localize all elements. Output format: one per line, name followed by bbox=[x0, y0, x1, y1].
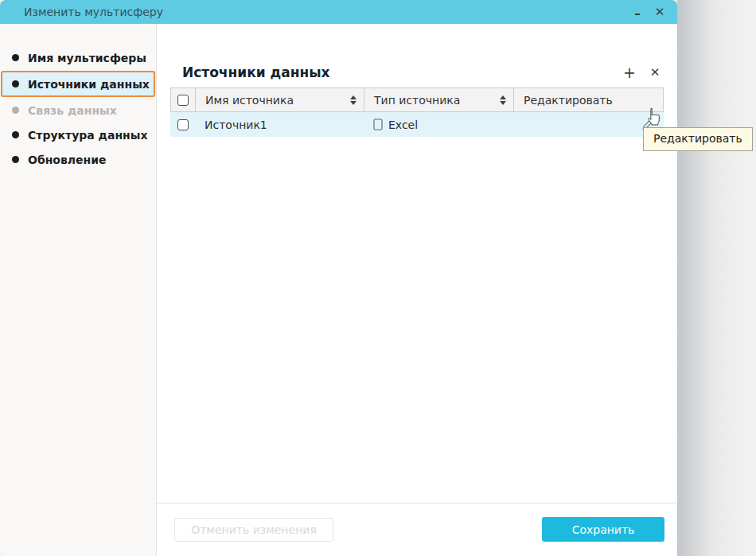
source-type-cell: Excel bbox=[364, 119, 513, 131]
column-header-source-type[interactable]: Тип источника bbox=[364, 88, 514, 111]
bullet-icon bbox=[12, 80, 19, 87]
window-close-button[interactable]: ✕ bbox=[652, 3, 668, 21]
sidebar-item-data-link: Связь данных bbox=[0, 98, 156, 122]
sidebar-item-label: Имя мультисферы bbox=[28, 52, 146, 64]
row-checkbox-cell bbox=[170, 119, 195, 130]
remove-source-button[interactable]: ✕ bbox=[647, 64, 663, 80]
edit-tooltip: Редактировать bbox=[643, 127, 753, 151]
select-all-cell bbox=[171, 88, 196, 111]
sort-icon bbox=[500, 95, 506, 105]
screen: Изменить мультисферу – ✕ Имя мультисферы… bbox=[0, 0, 756, 556]
bullet-icon bbox=[12, 131, 19, 138]
sidebar-item-label: Связь данных bbox=[28, 104, 117, 117]
source-name-cell: Источник1 bbox=[195, 119, 364, 131]
bullet-icon bbox=[12, 107, 19, 114]
edit-multisphere-dialog: Изменить мультисферу – ✕ Имя мультисферы… bbox=[0, 0, 677, 556]
window-controls: – ✕ bbox=[629, 3, 668, 21]
document-icon bbox=[373, 119, 383, 130]
sidebar-item-data-structure[interactable]: Структура данных bbox=[0, 122, 156, 147]
select-all-checkbox[interactable] bbox=[177, 95, 189, 106]
source-type-label: Excel bbox=[388, 119, 418, 131]
titlebar[interactable]: Изменить мультисферу – ✕ bbox=[0, 0, 677, 24]
row-checkbox[interactable] bbox=[177, 119, 189, 130]
edit-cell bbox=[513, 118, 664, 131]
table-actions: + ✕ bbox=[622, 64, 663, 80]
sort-icon bbox=[350, 95, 357, 105]
sidebar-item-refresh[interactable]: Обновление bbox=[0, 147, 156, 172]
column-header-source-name[interactable]: Имя источника bbox=[196, 88, 364, 111]
sidebar-item-multisphere-name[interactable]: Имя мультисферы bbox=[0, 45, 156, 70]
table-header: Имя источника Тип источника Редактироват… bbox=[170, 87, 664, 112]
cancel-changes-button: Отменить изменения bbox=[174, 518, 333, 542]
add-source-button[interactable]: + bbox=[622, 64, 637, 80]
window-minimize-button[interactable]: – bbox=[629, 5, 645, 22]
sidebar-item-label: Структура данных bbox=[28, 129, 147, 142]
sidebar-item-label: Обновление bbox=[28, 154, 107, 166]
data-sources-table: Имя источника Тип источника Редактироват… bbox=[170, 87, 664, 137]
dialog-body: Имя мультисферы Источники данных Связь д… bbox=[0, 24, 677, 556]
window-title: Изменить мультисферу bbox=[24, 6, 163, 18]
page-title: Источники данных bbox=[182, 64, 330, 80]
bullet-icon bbox=[12, 156, 19, 163]
footer-divider bbox=[157, 503, 677, 504]
background-shadow bbox=[677, 0, 745, 556]
sidebar-item-label: Источники данных bbox=[28, 78, 150, 91]
sidebar: Имя мультисферы Источники данных Связь д… bbox=[0, 24, 157, 556]
column-header-edit: Редактировать bbox=[514, 88, 664, 111]
save-button[interactable]: Сохранить bbox=[542, 517, 664, 542]
main-panel: Источники данных + ✕ Имя источника bbox=[157, 24, 677, 556]
sidebar-item-data-sources[interactable]: Источники данных bbox=[1, 71, 155, 97]
table-row[interactable]: Источник1 Excel bbox=[170, 112, 664, 137]
bullet-icon bbox=[12, 54, 19, 61]
